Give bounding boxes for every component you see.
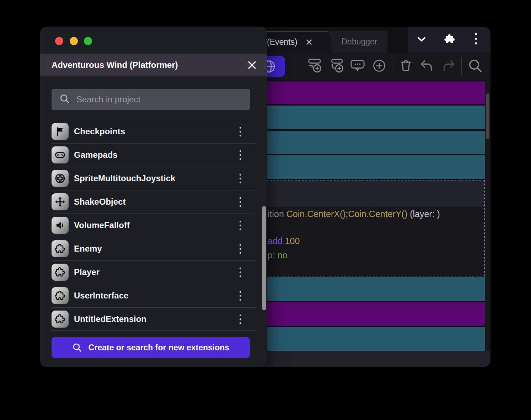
item-menu-button[interactable] <box>234 143 247 167</box>
toolbar-divider <box>393 58 393 75</box>
list-item[interactable]: VolumeFalloff <box>40 214 267 237</box>
create-extension-button[interactable]: Create or search for new extensions <box>52 337 250 358</box>
search-field[interactable] <box>52 89 250 110</box>
flag-icon <box>52 123 69 140</box>
zoom-window-button[interactable] <box>84 37 92 45</box>
search-icon <box>59 93 70 106</box>
event-code-line: p: no <box>268 250 288 261</box>
add-circle-icon[interactable] <box>372 58 387 75</box>
window-controls <box>408 27 490 53</box>
close-window-button[interactable] <box>55 37 63 45</box>
modal-scrollbar[interactable] <box>262 206 266 310</box>
chevron-down-icon[interactable] <box>416 33 427 46</box>
puzzle-icon <box>52 287 69 304</box>
create-extension-label: Create or search for new extensions <box>88 343 229 352</box>
code-segment: no <box>278 250 288 260</box>
tab-debugger[interactable]: Debugger <box>331 31 387 53</box>
code-segment: p: <box>268 250 278 260</box>
events-scrollbar[interactable] <box>486 93 489 139</box>
joystick-icon <box>52 170 69 187</box>
redo-icon[interactable] <box>441 58 456 75</box>
list-item[interactable]: SpriteMultitouchJoystick <box>40 167 267 190</box>
search-input[interactable] <box>76 94 243 105</box>
item-menu-button[interactable] <box>234 190 247 214</box>
item-menu-button[interactable] <box>234 284 247 307</box>
add-event-icon[interactable] <box>308 58 324 75</box>
item-menu-button[interactable] <box>234 167 247 190</box>
move-arrows-icon <box>52 193 69 210</box>
code-segment: add <box>268 236 285 246</box>
gamepad-icon <box>52 146 69 163</box>
item-menu-button[interactable] <box>234 214 247 237</box>
tab-events[interactable]: (Events) ✕ <box>256 31 331 53</box>
item-menu-button[interactable] <box>234 260 247 284</box>
item-menu-button[interactable] <box>234 237 247 260</box>
puzzle-icon <box>52 311 69 328</box>
speaker-icon <box>52 217 69 234</box>
list-item[interactable]: Enemy <box>40 237 267 260</box>
dialog-title: Adventurous Wind (Platformer) <box>52 60 247 70</box>
list-item[interactable]: Player <box>40 260 267 284</box>
minimize-window-button[interactable] <box>70 37 78 45</box>
add-comment-icon[interactable] <box>350 58 365 75</box>
list-item[interactable]: ShakeObject <box>40 190 267 214</box>
extension-list: CheckpointsGamepadsSpriteMultitouchJoyst… <box>40 120 267 331</box>
tab-events-label: (Events) <box>267 37 297 47</box>
event-code-line: ition Coin.CenterX();Coin.CenterY() (lay… <box>268 209 440 220</box>
undo-icon[interactable] <box>419 58 435 75</box>
kebab-menu-icon[interactable] <box>474 32 478 48</box>
event-code-line: add 100 <box>268 236 300 247</box>
code-segment: Coin.CenterX() <box>286 209 346 219</box>
extensions-puzzle-icon[interactable] <box>444 33 456 47</box>
list-item[interactable]: UntitledExtension <box>40 307 267 331</box>
item-menu-button[interactable] <box>234 120 247 143</box>
project-manager-dialog: Adventurous Wind (Platformer) Checkpoint… <box>40 27 267 367</box>
list-item[interactable]: UserInterface <box>40 284 267 307</box>
item-menu-button[interactable] <box>234 307 247 331</box>
code-segment: Coin.CenterY() <box>348 209 408 219</box>
search-events-icon[interactable] <box>468 58 483 75</box>
macos-titlebar <box>40 27 267 54</box>
code-segment: 100 <box>285 236 300 246</box>
code-segment: (layer: ) <box>407 209 440 219</box>
close-tab-icon[interactable]: ✕ <box>305 38 313 47</box>
code-segment: ition <box>268 209 286 219</box>
close-dialog-icon[interactable] <box>247 60 257 70</box>
screen: (Events) ✕ Debugger <box>0 0 531 420</box>
search-icon <box>72 343 82 352</box>
puzzle-icon <box>52 240 69 257</box>
add-subevent-icon[interactable] <box>330 58 346 75</box>
code-segment: ; <box>346 209 348 219</box>
tab-debugger-label: Debugger <box>341 37 377 47</box>
dialog-header: Adventurous Wind (Platformer) <box>40 54 267 76</box>
toolbar-divider <box>461 58 462 75</box>
list-item[interactable]: Gamepads <box>40 143 267 167</box>
puzzle-icon <box>52 264 69 281</box>
list-item[interactable]: Checkpoints <box>40 120 267 143</box>
delete-icon[interactable] <box>399 59 413 74</box>
